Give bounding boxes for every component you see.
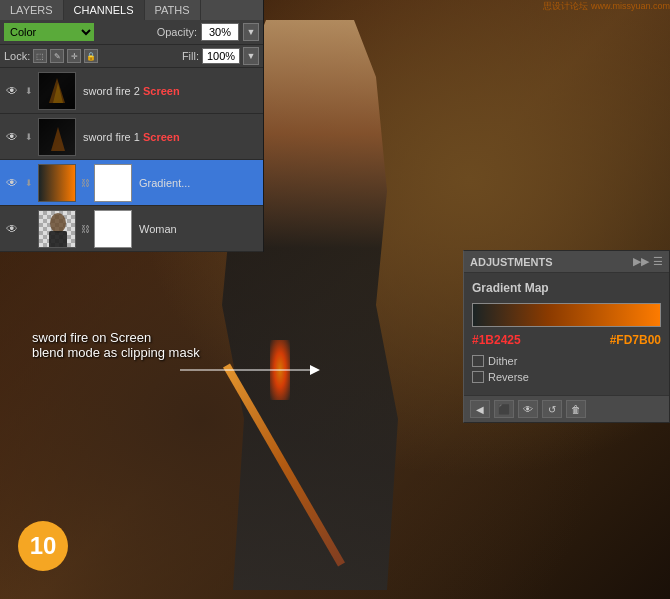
layer-row-gradient[interactable]: 👁 ⬇ ⛓ Gradient... — [0, 160, 263, 206]
link-icon-gradient: ⬇ — [23, 175, 35, 191]
adj-eye-icon[interactable]: 👁 — [518, 400, 538, 418]
blend-mode-select[interactable]: Color Normal Screen Multiply — [4, 23, 94, 41]
visibility-icon-sf1[interactable]: 👁 — [4, 129, 20, 145]
dither-row: Dither — [472, 355, 661, 367]
svg-rect-6 — [49, 231, 67, 248]
lock-all-icon[interactable]: 🔒 — [84, 49, 98, 63]
reverse-label: Reverse — [488, 371, 529, 383]
reverse-row: Reverse — [472, 371, 661, 383]
adj-refresh-icon[interactable]: ↺ — [542, 400, 562, 418]
adjustments-panel: ADJUSTMENTS ▶▶ ☰ Gradient Map #1B2425 #F… — [463, 250, 670, 423]
link-icon-sf2: ⬇ — [23, 83, 35, 99]
adj-delete-icon[interactable]: 🗑 — [566, 400, 586, 418]
layer-blend-sf1: Screen — [143, 131, 180, 143]
adj-menu-icon[interactable]: ☰ — [653, 255, 663, 268]
sword-fire — [270, 340, 290, 400]
gradient-bar[interactable] — [472, 303, 661, 327]
dither-label: Dither — [488, 355, 517, 367]
layer-name-sf1: sword fire 1 — [83, 131, 143, 143]
layers-panel: LAYERS CHANNELS PATHS Color Normal Scree… — [0, 0, 264, 252]
tab-paths[interactable]: PATHS — [145, 0, 201, 20]
lock-move-icon[interactable]: ✛ — [67, 49, 81, 63]
svg-point-5 — [50, 213, 66, 233]
adj-back-icon[interactable]: ◀ — [470, 400, 490, 418]
opacity-label: Opacity: — [157, 26, 197, 38]
thumb-sf2 — [38, 72, 76, 110]
visibility-icon-sf2[interactable]: 👁 — [4, 83, 20, 99]
tab-channels[interactable]: CHANNELS — [64, 0, 145, 20]
opacity-input[interactable] — [201, 23, 239, 41]
visibility-icon-woman[interactable]: 👁 — [4, 221, 20, 237]
layer-blend-sf2: Screen — [143, 85, 180, 97]
layer-info-woman: Woman — [135, 223, 259, 235]
link-icon-sf1: ⬇ — [23, 129, 35, 145]
adj-expand-icon[interactable]: ▶▶ — [633, 255, 649, 268]
layer-name-gradient: Gradient... — [139, 177, 190, 189]
color-hex-orange: #FD7B00 — [610, 333, 661, 347]
layer-info-sf1: sword fire 1 Screen — [79, 131, 259, 143]
thumb-woman — [38, 210, 76, 248]
visibility-icon-gradient[interactable]: 👁 — [4, 175, 20, 191]
mode-row: Color Normal Screen Multiply Opacity: ▼ — [0, 20, 263, 45]
thumb-gradient — [38, 164, 76, 202]
opacity-arrow[interactable]: ▼ — [243, 23, 259, 41]
layer-row-sword-fire-2[interactable]: 👁 ⬇ sword fire 2 Screen — [0, 68, 263, 114]
dither-checkbox[interactable] — [472, 355, 484, 367]
lock-label: Lock: — [4, 50, 30, 62]
link-icon-woman — [23, 221, 35, 237]
fill-label: Fill: — [182, 50, 199, 62]
layer-info-sf2: sword fire 2 Screen — [79, 85, 259, 97]
color-hex-dark: #1B2425 — [472, 333, 521, 347]
mask-woman — [94, 210, 132, 248]
adjustments-title: ADJUSTMENTS — [470, 256, 633, 268]
layer-name-woman: Woman — [139, 223, 177, 235]
adj-clip-icon[interactable]: ⬛ — [494, 400, 514, 418]
chain-icon-woman: ⛓ — [79, 224, 91, 234]
layer-row-sword-fire-1[interactable]: 👁 ⬇ sword fire 1 Screen — [0, 114, 263, 160]
fill-arrow[interactable]: ▼ — [243, 47, 259, 65]
tab-layers[interactable]: LAYERS — [0, 0, 64, 20]
mask-gradient — [94, 164, 132, 202]
layer-name-sf2: sword fire 2 — [83, 85, 143, 97]
adjustments-icons: ▶▶ ☰ — [633, 255, 663, 268]
gradient-map-title: Gradient Map — [472, 281, 661, 295]
adjustments-footer: ◀ ⬛ 👁 ↺ 🗑 — [464, 395, 669, 422]
step-number: 10 — [30, 532, 57, 560]
panel-tabs: LAYERS CHANNELS PATHS — [0, 0, 263, 20]
chain-icon-gradient: ⛓ — [79, 178, 91, 188]
reverse-checkbox[interactable] — [472, 371, 484, 383]
lock-transparent-icon[interactable]: ⬚ — [33, 49, 47, 63]
layer-info-gradient: Gradient... — [135, 177, 259, 189]
lock-row: Lock: ⬚ ✎ ✛ 🔒 Fill: ▼ — [0, 45, 263, 68]
layer-row-woman[interactable]: 👁 ⛓ Woman — [0, 206, 263, 252]
lock-paint-icon[interactable]: ✎ — [50, 49, 64, 63]
gradient-colors: #1B2425 #FD7B00 — [472, 333, 661, 347]
adjustments-header: ADJUSTMENTS ▶▶ ☰ — [464, 251, 669, 273]
step-badge: 10 — [18, 521, 68, 571]
fill-input[interactable] — [202, 48, 240, 64]
adjustments-content: Gradient Map #1B2425 #FD7B00 Dither Reve… — [464, 273, 669, 395]
thumb-sf1 — [38, 118, 76, 156]
